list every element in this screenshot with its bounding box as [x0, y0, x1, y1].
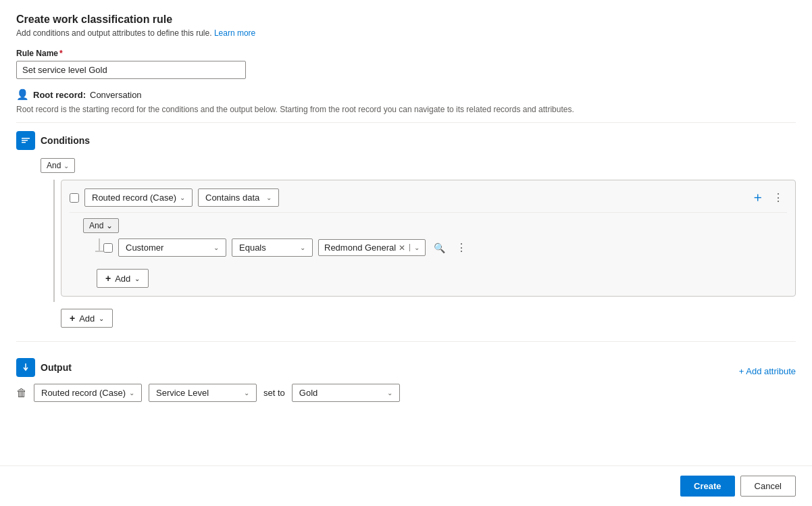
- output-attribute-dropdown[interactable]: Service Level ⌄: [149, 384, 257, 402]
- condition2-value-input[interactable]: Redmond General ✕ ⌄: [318, 239, 426, 256]
- output-icon: [16, 358, 35, 377]
- condition2-value-remove[interactable]: ✕: [399, 243, 405, 253]
- section-divider: [16, 122, 796, 123]
- condition2-operator-dropdown[interactable]: Equals ⌄: [232, 238, 313, 257]
- and-dropdown[interactable]: And ⌄: [41, 158, 75, 173]
- output-field-dropdown[interactable]: Routed record (Case) ⌄: [34, 384, 142, 402]
- condition2-search-btn[interactable]: 🔍: [431, 240, 448, 256]
- output-section-title: Output: [41, 362, 72, 373]
- action-bar: Create Cancel: [0, 465, 812, 506]
- condition2-value-tag: Redmond General: [324, 243, 396, 253]
- condition1-field-dropdown[interactable]: Routed record (Case) ⌄: [84, 188, 193, 207]
- root-record-label: Root record:: [33, 90, 86, 100]
- root-record-value: Conversation: [90, 90, 142, 100]
- output-divider: [16, 341, 796, 342]
- page-subtitle: Add conditions and output attributes to …: [16, 28, 796, 38]
- svg-rect-1: [22, 140, 28, 141]
- condition2-value-dropdown[interactable]: ⌄: [409, 244, 420, 251]
- add-inner-btn[interactable]: + Add ⌄: [97, 269, 149, 288]
- conditions-section-title: Conditions: [41, 135, 90, 146]
- set-to-label: set to: [263, 388, 285, 398]
- create-button[interactable]: Create: [680, 476, 734, 497]
- condition2-more-btn[interactable]: ⋮: [453, 238, 470, 257]
- condition2-field-dropdown[interactable]: Customer ⌄: [118, 238, 226, 257]
- condition2-checkbox[interactable]: [103, 243, 113, 253]
- svg-rect-0: [22, 138, 30, 139]
- conditions-icon: [16, 131, 35, 150]
- sub-and-dropdown[interactable]: And ⌄: [83, 218, 119, 233]
- root-record-description: Root record is the starting record for t…: [16, 105, 796, 114]
- add-outer-btn[interactable]: + Add ⌄: [61, 309, 113, 328]
- output-value-dropdown[interactable]: Gold ⌄: [292, 384, 400, 402]
- required-indicator: *: [59, 49, 63, 58]
- condition1-operator-dropdown[interactable]: Contains data ⌄: [198, 188, 279, 207]
- output-delete-btn[interactable]: 🗑: [16, 387, 27, 399]
- page-title: Create work classification rule: [16, 14, 796, 26]
- condition1-collapse-btn[interactable]: ✕: [751, 190, 765, 206]
- svg-rect-2: [22, 142, 26, 143]
- rule-name-input[interactable]: [16, 61, 246, 79]
- root-record-icon: 👤: [16, 88, 29, 101]
- add-attribute-btn[interactable]: + Add attribute: [739, 366, 796, 376]
- condition1-checkbox[interactable]: [70, 193, 79, 203]
- cancel-button[interactable]: Cancel: [740, 476, 796, 497]
- condition1-more-btn[interactable]: ⋮: [770, 188, 787, 207]
- rule-name-label: Rule Name: [16, 49, 58, 58]
- learn-more-link[interactable]: Learn more: [214, 28, 255, 38]
